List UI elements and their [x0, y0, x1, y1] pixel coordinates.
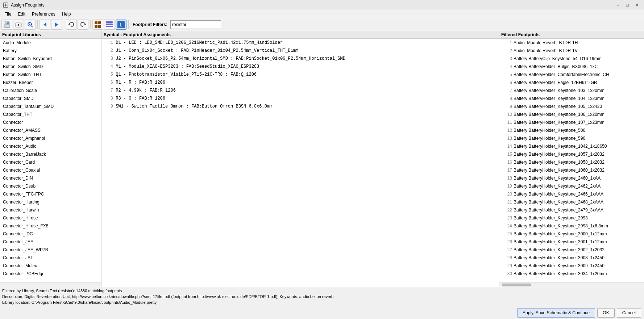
library-item[interactable]: Button_Switch_SMD: [0, 63, 101, 71]
library-item[interactable]: Connector: [0, 118, 101, 126]
maximize-button[interactable]: □: [623, 1, 632, 9]
apply-save-button[interactable]: Apply, Save Schematic & Continue: [517, 308, 595, 318]
footprint-item[interactable]: 29Battery:BatteryHolder_Keystone_3009_1x…: [499, 262, 644, 270]
menu-preferences[interactable]: Preferences: [29, 11, 58, 17]
library-item[interactable]: Connector_Coaxial: [0, 166, 101, 174]
footprint-item[interactable]: 14Battery:BatteryHolder_Keystone_1042_1x…: [499, 142, 644, 150]
ok-button[interactable]: OK: [597, 308, 614, 318]
svg-rect-23: [106, 24, 113, 25]
library-item[interactable]: Connector_BarrelJack: [0, 150, 101, 158]
filter-grid-button[interactable]: [104, 20, 115, 30]
footprint-item[interactable]: 25Battery:BatteryHolder_Keystone_3000_1x…: [499, 230, 644, 238]
filter-input[interactable]: [170, 20, 221, 29]
minimize-button[interactable]: −: [614, 1, 622, 9]
back-button[interactable]: [40, 20, 50, 30]
footprint-item[interactable]: 27Battery:BatteryHolder_Keystone_3002_1x…: [499, 246, 644, 254]
load-button[interactable]: [13, 20, 24, 30]
save-button[interactable]: [1, 20, 12, 30]
footprint-item[interactable]: 1Audio_Module:Reverb_BTDR-1H: [499, 39, 644, 47]
footprint-item[interactable]: 5Battery:BatteryHolder_ComfortableElectr…: [499, 71, 644, 79]
assignment-row[interactable]: 3 J2 - PinSocket_01x06_P2.54mm_Horizonta…: [101, 55, 499, 63]
footprint-item[interactable]: 9Battery:BatteryHolder_Keystone_105_1x24…: [499, 102, 644, 110]
library-item[interactable]: Connector_Harwin: [0, 206, 101, 214]
library-item[interactable]: Capacitor_Tantalum_SMD: [0, 102, 101, 110]
footprint-item[interactable]: 15Battery:BatteryHolder_Keystone_1057_1x…: [499, 150, 644, 158]
footprint-item[interactable]: 4Battery:BatteryHolder_Bulgin_BX0036_1xC: [499, 63, 644, 71]
library-item[interactable]: Connector_Harting: [0, 198, 101, 206]
library-item[interactable]: Connector_IDC: [0, 230, 101, 238]
library-item[interactable]: Connector_Audio: [0, 142, 101, 150]
assignment-row[interactable]: 9 SW1 - Switch_Tactile_Omron : FAB:Butto…: [101, 102, 499, 110]
footprint-item[interactable]: 16Battery:BatteryHolder_Keystone_1058_1x…: [499, 158, 644, 166]
svg-rect-21: [98, 25, 101, 28]
library-item[interactable]: Connector_JAE: [0, 238, 101, 246]
library-item[interactable]: Connector_PCBEdge: [0, 270, 101, 278]
footprint-item[interactable]: 22Battery:BatteryHolder_Keystone_2479_3x…: [499, 206, 644, 214]
footprint-item[interactable]: 18Battery:BatteryHolder_Keystone_2460_1x…: [499, 174, 644, 182]
library-item[interactable]: Battery: [0, 47, 101, 55]
left-scrollbar-bottom[interactable]: [0, 282, 101, 287]
assignment-row[interactable]: 2 J1 - Conn_01x04_Socket : FAB:PinHeader…: [101, 47, 499, 55]
library-item[interactable]: Capacitor_THT: [0, 110, 101, 118]
footprint-item[interactable]: 6Battery:BatteryHolder_Eagle_12BH611-GR: [499, 79, 644, 87]
library-item[interactable]: Connector_Card: [0, 158, 101, 166]
library-item[interactable]: Capacitor_SMD: [0, 95, 101, 102]
library-item[interactable]: Calibration_Scale: [0, 87, 101, 95]
footprint-item[interactable]: 20Battery:BatteryHolder_Keystone_2466_1x…: [499, 190, 644, 198]
footprint-item[interactable]: 2Audio_Module:Reverb_BTDR-1V: [499, 47, 644, 55]
separator-2: [64, 20, 64, 29]
library-item[interactable]: Connector_Dsub: [0, 182, 101, 190]
library-item[interactable]: Button_Switch_THT: [0, 71, 101, 79]
footprint-item[interactable]: 13Battery:BatteryHolder_Keystone_590: [499, 134, 644, 142]
right-scrollbar-bottom[interactable]: [499, 282, 644, 287]
library-item[interactable]: Connector_Molex: [0, 262, 101, 270]
undo-button[interactable]: [66, 20, 77, 30]
footprint-item[interactable]: 11Battery:BatteryHolder_Keystone_107_1x2…: [499, 118, 644, 126]
assignment-row[interactable]: 5 Q1 - Phototransistor_Visible_PT15-21C-…: [101, 71, 499, 79]
library-item[interactable]: Connector_JST: [0, 254, 101, 262]
library-item[interactable]: Button_Switch_Keyboard: [0, 55, 101, 63]
footprint-item[interactable]: 28Battery:BatteryHolder_Keystone_3008_1x…: [499, 254, 644, 262]
library-item[interactable]: Connector_Hirose: [0, 214, 101, 222]
assignment-row[interactable]: 4 M1 - Module_XIAO-ESP32C3 : FAB:SeeedSt…: [101, 63, 499, 71]
library-item[interactable]: Connector_FFC-FPC: [0, 190, 101, 198]
footprint-item[interactable]: 24Battery:BatteryHolder_Keystone_2998_1x…: [499, 222, 644, 230]
library-item[interactable]: Connector_JAE_WP7B: [0, 246, 101, 254]
library-item[interactable]: Connector_Amphenol: [0, 134, 101, 142]
redo-button[interactable]: [78, 20, 88, 30]
footprint-item[interactable]: 23Battery:BatteryHolder_Keystone_2993: [499, 214, 644, 222]
footprint-item[interactable]: 12Battery:BatteryHolder_Keystone_500: [499, 126, 644, 134]
footprint-item[interactable]: 30Battery:BatteryHolder_Keystone_3034_1x…: [499, 270, 644, 278]
footprint-item[interactable]: 10Battery:BatteryHolder_Keystone_106_1x2…: [499, 110, 644, 118]
scan-button[interactable]: [25, 20, 36, 30]
library-item[interactable]: Connector_Hirose_FX8: [0, 222, 101, 230]
close-button[interactable]: ✕: [632, 1, 641, 9]
filter-search-button[interactable]: L: [116, 20, 126, 30]
assignment-row[interactable]: 7 R2 - 4.99k : FAB:R_1206: [101, 87, 499, 95]
center-panel-content[interactable]: 1 D1 - LED : LED_SMD:LED_1206_3216Metric…: [101, 39, 499, 287]
library-item[interactable]: Connector_AMASS: [0, 126, 101, 134]
forward-button[interactable]: [51, 20, 62, 30]
footprint-item[interactable]: 19Battery:BatteryHolder_Keystone_2462_2x…: [499, 182, 644, 190]
footprint-item[interactable]: 17Battery:BatteryHolder_Keystone_1060_1x…: [499, 166, 644, 174]
left-panel-content[interactable]: Audio_ModuleBatteryButton_Switch_Keyboar…: [0, 39, 101, 282]
library-item[interactable]: Connector_DIN: [0, 174, 101, 182]
cancel-button[interactable]: Cancel: [617, 308, 641, 318]
library-item[interactable]: Buzzer_Beeper: [0, 79, 101, 87]
footprint-item[interactable]: 7Battery:BatteryHolder_Keystone_103_1x20…: [499, 87, 644, 95]
footprint-item[interactable]: 26Battery:BatteryHolder_Keystone_3001_1x…: [499, 238, 644, 246]
menu-help[interactable]: Help: [59, 11, 74, 17]
assignment-row[interactable]: 6 R1 - R : FAB:R_1206: [101, 79, 499, 87]
library-item[interactable]: Audio_Module: [0, 39, 101, 47]
footprint-item[interactable]: 21Battery:BatteryHolder_Keystone_2468_2x…: [499, 198, 644, 206]
assignment-row[interactable]: 8 R3 - 0 : FAB:R_1206: [101, 95, 499, 102]
assignment-row[interactable]: 1 D1 - LED : LED_SMD:LED_1206_3216Metric…: [101, 39, 499, 47]
window-title: Assign Footprints: [11, 3, 45, 8]
menu-edit[interactable]: Edit: [15, 11, 28, 17]
footprint-item[interactable]: 3Battery:BatteryClip_Keystone_54_D16-19m…: [499, 55, 644, 63]
footprint-item[interactable]: 8Battery:BatteryHolder_Keystone_104_1x23…: [499, 95, 644, 102]
right-panel-content[interactable]: 1Audio_Module:Reverb_BTDR-1H2Audio_Modul…: [499, 39, 644, 282]
menu-file[interactable]: File: [1, 11, 14, 17]
filter-all-button[interactable]: [92, 20, 103, 30]
svg-rect-8: [5, 22, 7, 24]
